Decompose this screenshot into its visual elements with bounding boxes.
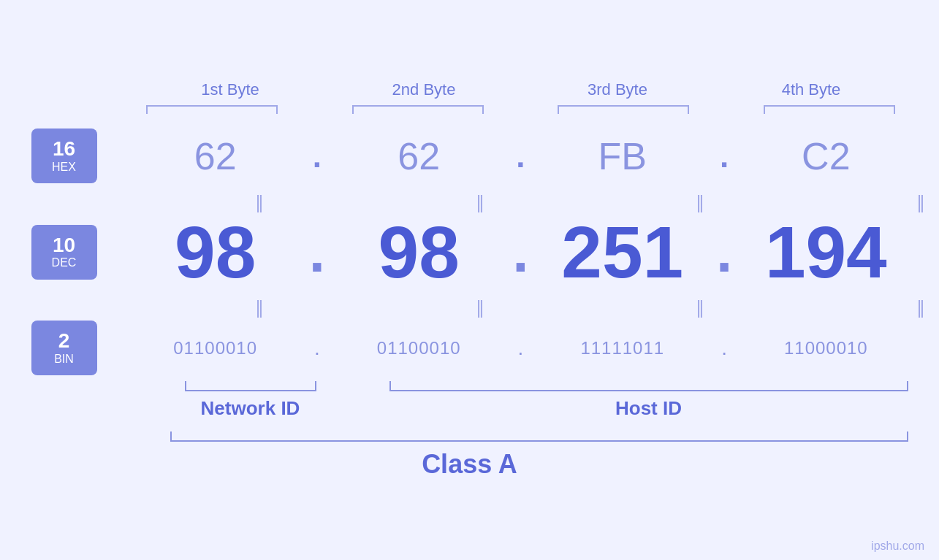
bottom-brackets-row xyxy=(170,381,908,391)
byte4-header: 4th Byte xyxy=(731,80,892,99)
network-bracket xyxy=(170,381,331,391)
bin-byte1: 01100010 xyxy=(135,338,296,358)
dec-dot-2: . xyxy=(502,218,539,285)
hex-base-name: HEX xyxy=(52,161,76,174)
dec-val-1: 98 xyxy=(175,211,256,293)
bin-dot-2: . xyxy=(502,337,539,360)
bin-base-number: 2 xyxy=(58,330,70,353)
hex-val-2: 62 xyxy=(398,135,440,177)
dec-row: 10 DEC 98 . 98 . 251 . 194 xyxy=(31,215,908,288)
bin-byte2: 01100010 xyxy=(338,338,499,358)
dec-byte4: 194 xyxy=(745,215,906,288)
class-label-row: Class A xyxy=(31,449,908,480)
eq2-3: ‖ xyxy=(620,297,780,318)
bottom-labels-row: Network ID Host ID xyxy=(170,397,908,420)
eq2-2: ‖ xyxy=(400,297,560,318)
eq1-3: ‖ xyxy=(620,192,780,212)
main-container: 1st Byte 2nd Byte 3rd Byte 4th Byte 16 H… xyxy=(0,0,939,560)
hex-val-1: 62 xyxy=(194,135,237,177)
byte1-header: 1st Byte xyxy=(150,80,311,99)
eq1-2: ‖ xyxy=(400,192,560,212)
byte-headers-row: 1st Byte 2nd Byte 3rd Byte 4th Byte xyxy=(31,80,908,99)
bin-byte4: 11000010 xyxy=(745,338,906,358)
bracket-top-1 xyxy=(146,105,278,114)
dec-base-number: 10 xyxy=(53,234,75,257)
content-area: 16 HEX 62 . 62 . FB . C2 xyxy=(31,129,908,480)
bin-badge: 2 BIN xyxy=(31,321,97,375)
dec-val-3: 251 xyxy=(561,211,683,293)
bottom-section: Network ID Host ID Class A xyxy=(31,381,908,480)
eq2-4: ‖ xyxy=(840,297,939,318)
bracket-top-row xyxy=(31,105,908,114)
hex-values-row: 62 . 62 . FB . C2 xyxy=(134,134,908,178)
dec-val-4: 194 xyxy=(765,211,887,293)
class-label: Class A xyxy=(422,449,517,479)
bin-val-3: 11111011 xyxy=(580,338,664,358)
bin-val-1: 01100010 xyxy=(173,338,257,358)
bin-dot-1: . xyxy=(299,337,335,360)
dec-byte1: 98 xyxy=(135,215,296,288)
hex-byte3: FB xyxy=(542,134,703,178)
dec-val-2: 98 xyxy=(379,211,460,293)
eq2-1: ‖ xyxy=(179,297,340,318)
bin-values-row: 01100010 . 01100010 . 11111011 . 1100001… xyxy=(134,337,908,360)
hex-base-number: 16 xyxy=(53,138,75,161)
bin-base-name: BIN xyxy=(54,353,74,366)
byte2-header: 2nd Byte xyxy=(343,80,504,99)
hex-val-4: C2 xyxy=(802,135,850,177)
hex-dot-2: . xyxy=(502,138,539,174)
eq1-4: ‖ xyxy=(840,192,939,212)
dec-dot-3: . xyxy=(706,218,742,285)
class-bracket-row xyxy=(170,431,908,442)
dec-badge: 10 DEC xyxy=(31,225,97,280)
hex-byte2: 62 xyxy=(338,134,499,178)
bracket-top-4 xyxy=(764,105,895,114)
hex-val-3: FB xyxy=(598,135,647,177)
byte3-header: 3rd Byte xyxy=(537,80,698,99)
hex-byte1: 62 xyxy=(135,134,296,178)
hex-dot-3: . xyxy=(706,138,742,174)
watermark: ipshu.com xyxy=(871,540,924,553)
bin-dot-3: . xyxy=(706,337,742,360)
equals-row-2: ‖ ‖ ‖ ‖ xyxy=(134,294,940,321)
bin-row: 2 BIN 01100010 . 01100010 . 11111011 . 1… xyxy=(31,321,908,375)
eq1-1: ‖ xyxy=(179,192,340,212)
bin-byte3: 11111011 xyxy=(542,338,703,358)
bracket-top-3 xyxy=(558,105,689,114)
host-bracket xyxy=(389,381,908,391)
host-id-label: Host ID xyxy=(615,397,682,419)
dec-values-row: 98 . 98 . 251 . 194 xyxy=(134,215,908,288)
hex-badge: 16 HEX xyxy=(31,129,97,183)
dec-byte2: 98 xyxy=(338,215,499,288)
bin-val-4: 11000010 xyxy=(784,338,868,358)
network-id-label: Network ID xyxy=(201,397,300,419)
hex-row: 16 HEX 62 . 62 . FB . C2 xyxy=(31,129,908,183)
bracket-top-2 xyxy=(352,105,484,114)
hex-dot-1: . xyxy=(299,138,335,174)
dec-dot-1: . xyxy=(299,218,335,285)
dec-byte3: 251 xyxy=(542,215,703,288)
hex-byte4: C2 xyxy=(745,134,906,178)
dec-base-name: DEC xyxy=(52,256,77,269)
bin-val-2: 01100010 xyxy=(377,338,461,358)
